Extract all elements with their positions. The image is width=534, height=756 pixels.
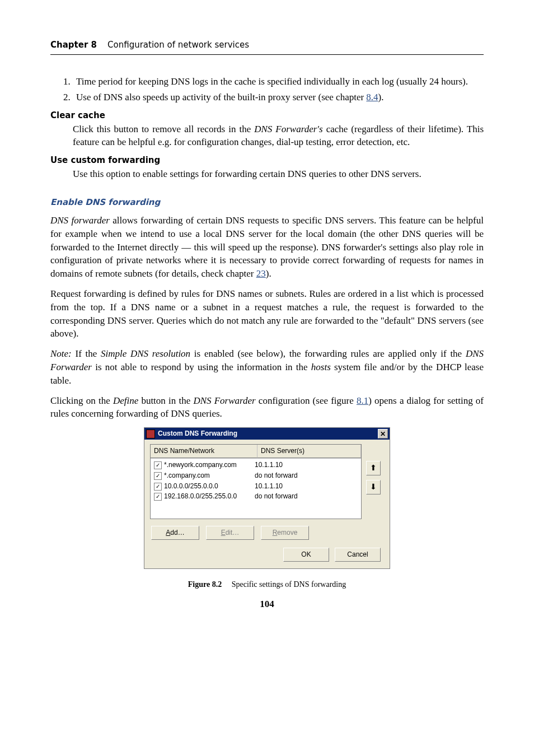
chapter-header: Chapter 8 Configuration of network servi… [50, 39, 484, 55]
list-item: Time period for keeping DNS logs in the … [73, 75, 484, 88]
cancel-button[interactable]: Cancel [335, 548, 381, 562]
arrow-down-icon: ⬇ [370, 482, 377, 493]
rule-checkbox[interactable] [154, 493, 162, 501]
move-up-button[interactable]: ⬆ [366, 461, 381, 475]
definition-term: Use custom forwarding [50, 155, 484, 166]
arrow-up-icon: ⬆ [370, 463, 377, 474]
rule-server: 10.1.1.10 [255, 482, 358, 491]
dialog-titlebar: Custom DNS Forwarding ✕ [144, 428, 390, 440]
table-row[interactable]: *.newyork.company.com10.1.1.10 [153, 460, 359, 470]
app-icon [146, 430, 155, 438]
page-number: 104 [50, 598, 484, 611]
rule-checkbox[interactable] [154, 461, 162, 469]
column-header-name[interactable]: DNS Name/Network [151, 445, 257, 458]
column-header-servers[interactable]: DNS Server(s) [257, 445, 361, 458]
list-item: Use of DNS also speeds up activity of th… [73, 91, 484, 104]
rule-server: do not forward [255, 471, 358, 480]
body-paragraph: Clicking on the Define button in the DNS… [50, 394, 484, 421]
rule-list: DNS Name/Network DNS Server(s) *.newyork… [150, 444, 362, 519]
body-paragraph: Request forwarding is defined by rules f… [50, 287, 484, 340]
definition-body: Use this option to enable settings for f… [73, 167, 484, 181]
rule-server: 10.1.1.10 [255, 460, 358, 470]
rule-name: *.company.com [164, 471, 255, 480]
definition-term: Clear cache [50, 110, 484, 122]
figure-caption: Figure 8.2 Specific settings of DNS forw… [50, 579, 484, 590]
rule-checkbox[interactable] [154, 472, 162, 480]
table-row[interactable]: 10.0.0.0/255.0.0.010.1.1.10 [153, 481, 359, 492]
rule-name: *.newyork.company.com [164, 460, 255, 470]
xref-link[interactable]: 23 [256, 268, 266, 279]
rule-name: 10.0.0.0/255.0.0.0 [164, 482, 255, 491]
table-row[interactable]: 192.168.0.0/255.255.0.0do not forward [153, 491, 359, 502]
dialog-custom-dns-forwarding: Custom DNS Forwarding ✕ DNS Name/Network… [144, 427, 390, 569]
remove-button[interactable]: Remove [261, 526, 309, 540]
definition-body: Click this button to remove all records … [73, 123, 484, 150]
table-row[interactable]: *.company.comdo not forward [153, 470, 359, 481]
edit-button[interactable]: Edit… [206, 526, 254, 540]
rule-checkbox[interactable] [154, 483, 162, 491]
dialog-title: Custom DNS Forwarding [158, 429, 237, 438]
move-down-button[interactable]: ⬇ [366, 480, 381, 494]
list-item-text: Time period for keeping DNS logs in the … [76, 76, 468, 87]
close-icon[interactable]: ✕ [378, 429, 388, 438]
xref-link[interactable]: 8.4 [366, 92, 378, 102]
chapter-title: Configuration of network services [107, 40, 249, 50]
numbered-list: Time period for keeping DNS logs in the … [73, 75, 484, 104]
body-paragraph: Note: If the Simple DNS resolution is en… [50, 347, 484, 387]
rule-name: 192.168.0.0/255.255.0.0 [164, 492, 255, 501]
list-item-text: Use of DNS also speeds up activity of th… [76, 92, 366, 102]
chapter-number: Chapter 8 [50, 40, 97, 50]
add-button[interactable]: Add… [151, 526, 199, 540]
ok-button[interactable]: OK [283, 548, 329, 562]
xref-link[interactable]: 8.1 [357, 395, 368, 406]
subsection-heading: Enable DNS forwarding [50, 197, 484, 208]
body-paragraph: DNS forwarder allows forwarding of certa… [50, 214, 484, 281]
rule-server: do not forward [255, 492, 358, 501]
